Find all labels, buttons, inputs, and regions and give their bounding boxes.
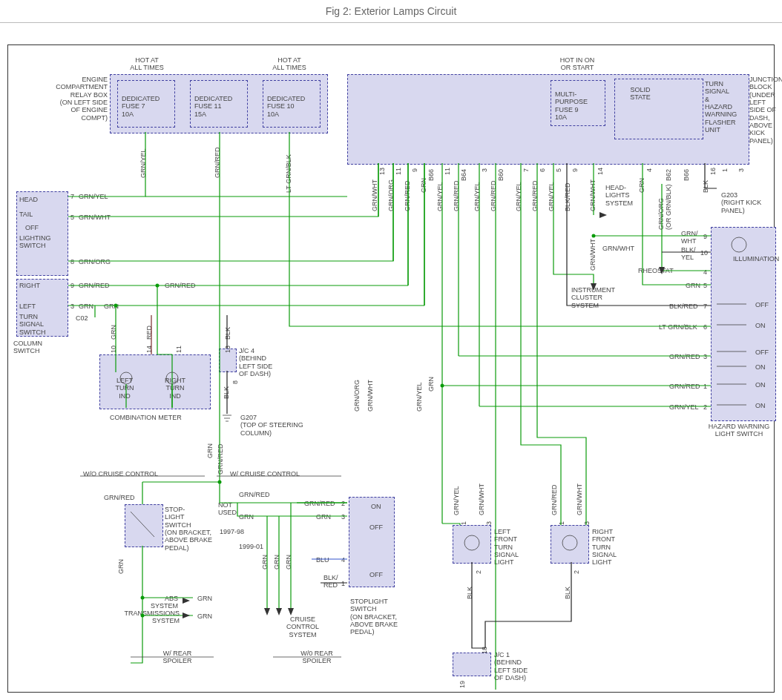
svg-marker-5 (276, 608, 282, 615)
svg-marker-6 (288, 608, 294, 615)
svg-point-17 (114, 304, 118, 308)
svg-point-7 (464, 535, 479, 550)
svg-point-9 (732, 237, 746, 252)
svg-point-2 (141, 596, 145, 600)
svg-marker-12 (599, 212, 607, 218)
svg-marker-11 (183, 612, 190, 618)
wiring-diagram-page: Fig 2: Exterior Lamps Circuit (0, 0, 782, 700)
svg-marker-13 (591, 283, 597, 291)
svg-point-15 (218, 481, 222, 484)
svg-point-16 (156, 284, 160, 288)
svg-point-3 (141, 614, 145, 618)
svg-marker-10 (183, 598, 190, 604)
svg-point-0 (120, 372, 132, 384)
wiring-svg (0, 22, 782, 700)
svg-point-8 (562, 535, 577, 550)
svg-marker-4 (264, 608, 270, 615)
diagram-canvas: ENGINE COMPARTMENT RELAY BOX (ON LEFT SI… (0, 22, 782, 700)
figure-title: Fig 2: Exterior Lamps Circuit (0, 0, 782, 23)
svg-point-18 (441, 384, 444, 388)
svg-point-19 (592, 234, 596, 238)
